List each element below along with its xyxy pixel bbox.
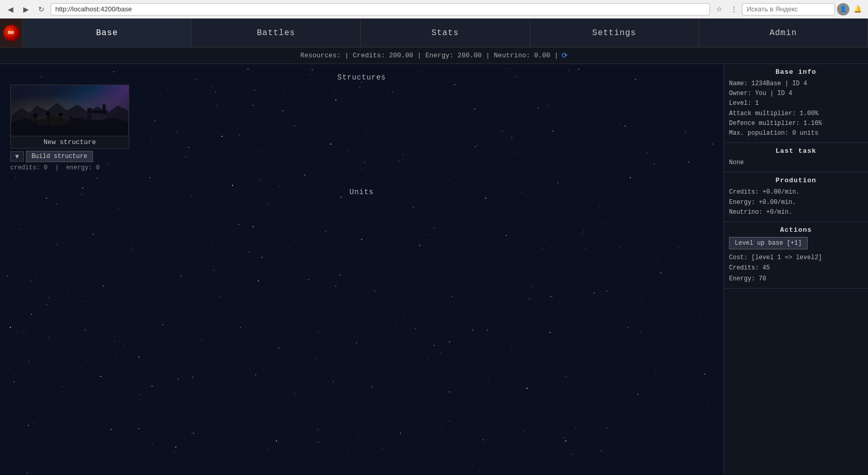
level-up-base-button[interactable]: Level up base [+1] <box>729 237 808 249</box>
production-credits: Credits: +0.00/min. <box>729 187 863 197</box>
base-info-section: Base info Name: 1234Base | ID 4 Owner: Y… <box>724 64 868 143</box>
actions-section: Actions Level up base [+1] Cost: [level … <box>724 222 868 289</box>
alert-icon[interactable]: 🔔 <box>851 3 864 15</box>
svg-point-11 <box>78 113 108 121</box>
structure-name: New structure <box>10 136 129 149</box>
avatar: 👤 <box>837 3 849 15</box>
card-credits: credits: 0 <box>10 164 48 171</box>
right-sidebar: Base info Name: 1234Base | ID 4 Owner: Y… <box>723 64 868 475</box>
production-title: Prodution <box>729 177 863 184</box>
production-section: Prodution Credits: +0.00/min. Energy: +0… <box>724 172 868 222</box>
card-energy: energy: 0 <box>66 164 100 171</box>
base-info-population: Max. population: 0 units <box>729 129 863 138</box>
svg-point-1 <box>33 114 37 118</box>
units-label: Units <box>0 188 723 196</box>
base-info-defence: Defence multiplier: 1.16% <box>729 119 863 129</box>
cost-energy: Energy: 70 <box>729 274 863 284</box>
nav-tab-battles[interactable]: Battles <box>192 19 361 47</box>
svg-point-10 <box>32 116 72 126</box>
refresh-button[interactable]: ↻ <box>35 3 48 15</box>
structure-image <box>10 85 129 136</box>
last-task-section: Last task None <box>724 143 868 172</box>
resources-text: Resources: | Credits: 200.00 | Energy: 2… <box>300 52 558 59</box>
logo-icon: me <box>3 25 20 41</box>
nav-tab-settings[interactable]: Settings <box>530 19 699 47</box>
nav-tab-admin[interactable]: Admin <box>699 19 868 47</box>
build-row: ▼ Build structure <box>10 151 129 162</box>
main-nav: me Base Battles Stats Settings Admin <box>0 19 868 48</box>
browser-chrome: ◀ ▶ ↻ ☆ ⋮ 👤 🔔 <box>0 0 868 19</box>
resources-refresh-icon[interactable]: ⟳ <box>562 51 568 60</box>
structures-label: Structures <box>0 73 723 82</box>
url-bar[interactable] <box>51 3 710 15</box>
base-info-attack: Attack multiplier: 1.00% <box>729 109 863 119</box>
logo-area: me <box>0 19 23 47</box>
last-task-title: Last task <box>729 147 863 155</box>
cost-info: Cost: [level 1 => level2] Credits: 45 En… <box>729 252 863 284</box>
dropdown-arrow[interactable]: ▼ <box>10 151 24 162</box>
back-button[interactable]: ◀ <box>4 3 17 15</box>
production-neutrino: Neutrino: +0/min. <box>729 208 863 217</box>
svg-point-5 <box>59 113 63 116</box>
base-info-title: Base info <box>729 68 863 76</box>
cost-label: Cost: [level 1 => level2] <box>729 252 863 263</box>
cost-credits: Credits: 45 <box>729 263 863 273</box>
svg-rect-9 <box>103 104 106 114</box>
menu-icon[interactable]: ⋮ <box>727 3 740 15</box>
main-content: Structures <box>0 64 868 475</box>
nav-tab-base[interactable]: Base <box>23 19 192 47</box>
production-energy: Energy: +0.00/min. <box>729 198 863 208</box>
svg-point-3 <box>46 112 50 116</box>
forward-button[interactable]: ▶ <box>20 3 32 15</box>
base-info-owner: Owner: You | ID 4 <box>729 89 863 99</box>
last-task-value: None <box>729 158 863 168</box>
resources-bar: Resources: | Credits: 200.00 | Energy: 2… <box>0 48 868 64</box>
build-structure-button[interactable]: Build structure <box>26 151 93 162</box>
actions-title: Actions <box>729 226 863 234</box>
nav-tab-stats[interactable]: Stats <box>361 19 530 47</box>
bookmark-icon[interactable]: ☆ <box>713 3 725 15</box>
browser-right-controls: ☆ ⋮ 👤 🔔 <box>713 3 864 15</box>
game-area: Structures <box>0 64 723 475</box>
card-info: credits: 0 | energy: 0 <box>10 164 129 171</box>
structure-card: New structure ▼ Build structure credits:… <box>10 85 129 171</box>
base-info-level: Level: 1 <box>729 99 863 108</box>
search-input[interactable] <box>742 3 835 15</box>
base-info-name: Name: 1234Base | ID 4 <box>729 79 863 89</box>
